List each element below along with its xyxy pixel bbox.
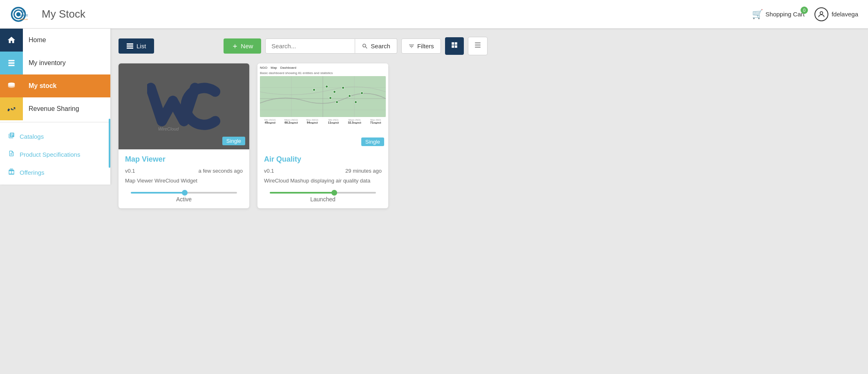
table-view-button[interactable] — [468, 37, 488, 55]
map-viewer-status-label: Active — [176, 196, 192, 203]
sidebar-item-revenue[interactable]: Revenue Sharing — [0, 97, 110, 120]
aq-stat-no-max: Max (NO) 71mg/m3 — [365, 119, 386, 124]
home-icon — [0, 29, 23, 52]
card-air-quality-body: Air Quality v0.1 29 minutes ago WireClou… — [257, 149, 388, 208]
app-header: FI WARE tmforum My Stock 🛒 0 Shopping Ca… — [0, 0, 868, 29]
filter-icon — [408, 43, 415, 50]
offerings-label: Offerings — [20, 169, 45, 176]
svg-rect-9 — [9, 65, 15, 66]
air-quality-status-wrap: Launched — [264, 192, 382, 203]
sidebar-item-mystock-label: My stock — [23, 74, 110, 97]
sidebar-item-home-label: Home — [23, 29, 110, 52]
new-button[interactable]: New — [224, 38, 261, 54]
new-button-label: New — [241, 43, 253, 50]
offerings-icon — [8, 168, 15, 176]
revenue-icon — [0, 97, 23, 120]
sidebar-item-home[interactable]: Home — [0, 29, 110, 52]
aq-stats: Min (NO2) 45mg/m3 Mean (NO2) 68.2mg/m3 M… — [260, 119, 386, 124]
card-map-viewer-image: WireCloud Single — [119, 63, 249, 149]
air-quality-badge: Single — [361, 137, 384, 146]
search-button-label: Search — [371, 43, 390, 50]
map-dot-8 — [354, 101, 357, 104]
page-title: My Stock — [42, 8, 85, 20]
product-specs-label: Product Specifications — [20, 151, 80, 158]
wirecloud-logo-svg: WireCloud — [147, 80, 221, 133]
card-air-quality[interactable]: NGO Map Dashboard Basic dashboard showin… — [257, 63, 388, 208]
list-button-label: List — [136, 43, 146, 50]
search-wrap: Search — [265, 38, 397, 54]
air-quality-title: Air Quality — [264, 155, 382, 164]
sidebar: Home My inventory — [0, 29, 110, 185]
catalogs-label: Catalogs — [20, 133, 44, 140]
map-viewer-version: v0.1 — [125, 168, 135, 174]
search-button[interactable]: Search — [355, 38, 397, 54]
cards-grid: WireCloud Single Map Viewer v0.1 a few s… — [119, 63, 860, 208]
main-layout: Home My inventory — [0, 29, 868, 374]
aq-stat-no-min: Min (NO) 11mg/m3 — [323, 119, 344, 124]
aq-ngo-label: NGO — [260, 66, 267, 70]
aq-stat-no-mean: Mean (NO) 32.3mg/m3 — [345, 119, 365, 124]
user-menu[interactable]: fdelavega — [814, 7, 858, 21]
filters-button-label: Filters — [417, 43, 434, 50]
air-quality-desc: WireCloud Mashup displaying air quality … — [264, 177, 382, 185]
map-viewer-time: a few seconds ago — [199, 168, 243, 174]
map-viewer-desc: Map Viewer WireCloud Widget — [125, 177, 243, 185]
map-dot-7 — [336, 101, 338, 104]
map-viewer-status-dot — [182, 190, 188, 196]
logo-area: FI WARE tmforum My Stock — [10, 4, 85, 25]
grid-view-button[interactable] — [445, 37, 464, 55]
svg-rect-13 — [127, 47, 133, 49]
sidebar-divider — [0, 122, 110, 122]
card-air-quality-image: NGO Map Dashboard Basic dashboard showin… — [257, 63, 388, 149]
aq-title: Basic dashboard showing 81 entities and … — [260, 71, 386, 75]
cart-label: Shopping Cart — [765, 11, 805, 18]
air-quality-status-label: Launched — [310, 196, 336, 203]
sidebar-item-inventory-label: My inventory — [23, 52, 110, 74]
aq-stat-no2-mean: Mean (NO2) 68.2mg/m3 — [281, 119, 302, 124]
fiware-logo: FI WARE tmforum — [10, 4, 34, 25]
map-viewer-meta: v0.1 a few seconds ago — [125, 168, 243, 174]
svg-rect-12 — [127, 45, 133, 47]
shopping-cart-button[interactable]: 🛒 0 Shopping Cart — [752, 9, 805, 20]
map-dot-6 — [348, 95, 351, 97]
aq-map-area — [260, 76, 386, 117]
svg-rect-11 — [127, 43, 133, 45]
header-right: 🛒 0 Shopping Cart fdelavega — [752, 7, 858, 21]
map-viewer-title: Map Viewer — [125, 155, 243, 164]
aq-map-roads-svg — [260, 76, 386, 117]
catalogs-icon — [8, 132, 15, 140]
list-icon — [127, 43, 133, 49]
mystock-icon — [0, 74, 23, 97]
svg-rect-8 — [9, 62, 15, 63]
sidebar-item-product-specs[interactable]: Product Specifications — [0, 145, 110, 163]
map-viewer-status-slider — [131, 192, 237, 194]
card-map-viewer[interactable]: WireCloud Single Map Viewer v0.1 a few s… — [119, 63, 249, 208]
aq-stat-no2-max: Max (NO2) 94mg/m3 — [302, 119, 322, 124]
sidebar-item-inventory[interactable]: My inventory — [0, 52, 110, 74]
air-quality-version: v0.1 — [264, 168, 274, 174]
aq-map-label: Map — [271, 66, 277, 70]
svg-point-6 — [820, 11, 823, 14]
aq-dashboard-label: Dashboard — [280, 66, 296, 70]
aq-header-bar: NGO Map Dashboard — [260, 66, 386, 70]
aq-stat-no2-min: Min (NO2) 45mg/m3 — [260, 119, 280, 124]
cart-badge: 0 — [801, 7, 808, 14]
search-icon — [362, 43, 368, 50]
sub-nav: Catalogs Product Specifications — [0, 124, 110, 185]
cart-icon: 🛒 — [752, 9, 763, 20]
sidebar-item-mystock[interactable]: My stock — [0, 74, 110, 97]
list-view-button[interactable]: List — [119, 38, 154, 54]
username-label: fdelavega — [832, 11, 858, 18]
plus-icon — [232, 43, 238, 50]
inventory-icon — [0, 52, 23, 74]
svg-text:tmforum: tmforum — [20, 18, 28, 20]
toolbar: List New Search — [119, 37, 860, 55]
search-input[interactable] — [265, 38, 355, 54]
map-dot-3 — [333, 90, 336, 93]
filters-button[interactable]: Filters — [401, 38, 441, 54]
sidebar-item-offerings[interactable]: Offerings — [0, 163, 110, 181]
grid-icon — [451, 41, 458, 49]
sidebar-item-catalogs[interactable]: Catalogs — [0, 127, 110, 145]
user-avatar-icon — [814, 7, 828, 21]
product-specs-icon — [8, 150, 15, 158]
